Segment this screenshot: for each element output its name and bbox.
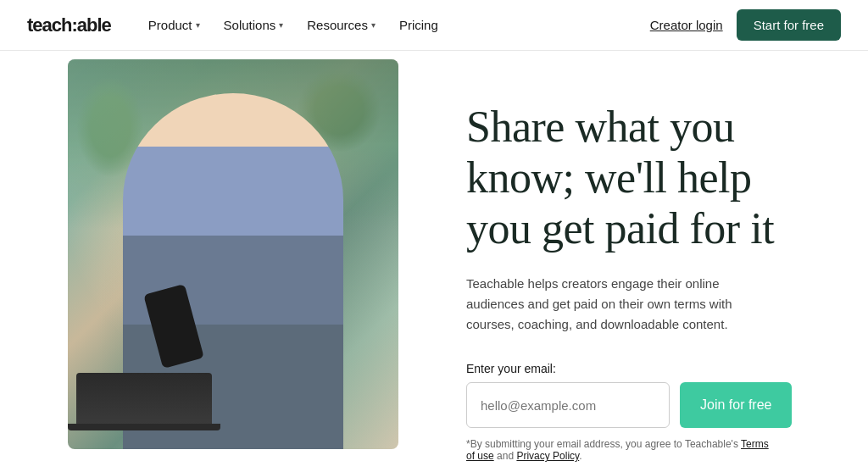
nav-item-pricing[interactable]: Pricing [389, 11, 448, 39]
start-for-free-button[interactable]: Start for free [737, 9, 841, 41]
privacy-policy-link[interactable]: Privacy Policy [516, 450, 579, 462]
nav-right: Creator login Start for free [650, 9, 841, 41]
hero-subtitle: Teachable helps creators engage their on… [466, 274, 771, 335]
nav-label-resources: Resources [307, 18, 368, 32]
nav-item-resources[interactable]: Resources ▾ [297, 11, 386, 39]
email-label: Enter your email: [466, 362, 817, 375]
nav-item-solutions[interactable]: Solutions ▾ [214, 11, 294, 39]
nav-label-product: Product [148, 18, 192, 32]
hero-section: Share what you know; we'll help you get … [0, 51, 868, 472]
chevron-down-icon: ▾ [196, 20, 200, 30]
hero-title: Share what you know; we'll help you get … [466, 102, 817, 253]
join-for-free-button[interactable]: Join for free [680, 382, 792, 428]
chevron-down-icon: ▾ [371, 20, 376, 30]
hero-content: Share what you know; we'll help you get … [398, 51, 868, 472]
logo[interactable]: teach:able [27, 14, 111, 36]
chevron-down-icon: ▾ [279, 20, 283, 30]
nav-label-pricing: Pricing [399, 18, 438, 32]
and-text: and [494, 450, 517, 462]
email-row: Join for free [466, 382, 817, 428]
fine-print-end: . [579, 450, 581, 462]
nav-item-product[interactable]: Product ▾ [138, 11, 210, 39]
laptop-prop [76, 373, 212, 424]
nav-links: Product ▾ Solutions ▾ Resources ▾ Pricin… [138, 11, 650, 39]
nav-label-solutions: Solutions [224, 18, 276, 32]
navbar: teach:able Product ▾ Solutions ▾ Resourc… [0, 0, 868, 51]
hero-image [68, 59, 398, 449]
hero-image-container [68, 51, 398, 472]
fine-print-text: *By submitting your email address, you a… [466, 438, 741, 450]
email-input[interactable] [466, 382, 670, 428]
creator-login-link[interactable]: Creator login [650, 18, 723, 32]
fine-print: *By submitting your email address, you a… [466, 438, 771, 462]
